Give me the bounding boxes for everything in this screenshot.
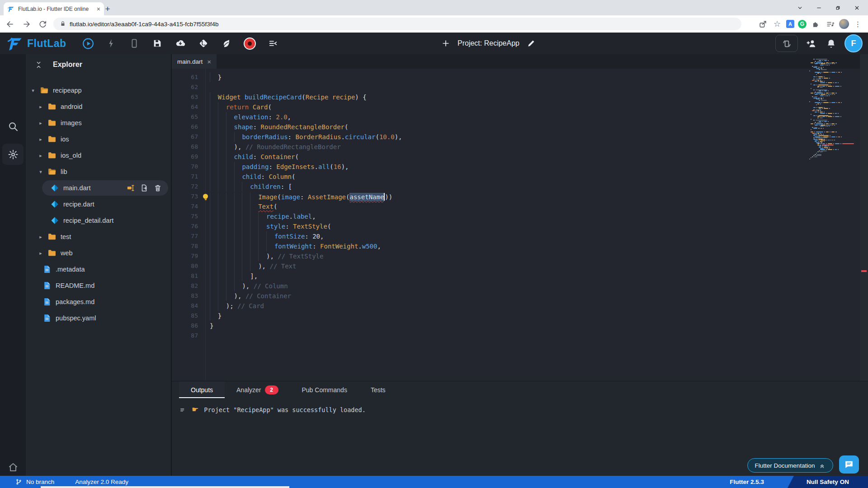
rename-icon[interactable] [126,184,135,192]
tree-item-recipeapp[interactable]: ▾recipeapp [26,82,171,99]
chevron-right-icon[interactable]: ▸ [38,234,43,240]
tree-item-main-dart[interactable]: main.dart [42,180,168,196]
tree-item-images[interactable]: ▸images [26,115,171,131]
code-line[interactable]: 66 shape: RoundedRectangleBorder( [172,122,868,132]
chevron-right-icon[interactable]: ▸ [38,153,43,159]
win-min-button[interactable] [809,0,828,15]
code-line[interactable]: 83 ), // Container [172,291,868,301]
code-line[interactable]: 74 Text( [172,202,868,211]
tree-item-android[interactable]: ▸android [26,99,171,115]
tree-item--metadata[interactable]: .metadata [26,261,171,277]
home-icon[interactable] [7,461,19,473]
editor-tab-maindart[interactable]: main.dart × [172,54,217,69]
code-line[interactable]: 79 ), // TextStyle [172,251,868,261]
editor-tab-close-icon[interactable]: × [207,58,211,66]
code-line[interactable]: 76 style: TextStyle( [172,221,868,231]
code-line[interactable]: 63 Widget buildRecipeCard(Recipe recipe)… [172,92,868,102]
lightbulb-icon[interactable] [203,194,208,199]
search-icon[interactable] [7,120,19,132]
bottom-tab-pub-commands[interactable]: Pub Commands [290,381,359,398]
chevron-down-icon[interactable]: ▾ [30,88,36,94]
trash-icon[interactable] [153,184,162,192]
collapse-all-icon[interactable] [34,60,43,69]
device-button[interactable] [128,38,140,49]
code-line[interactable]: 61 } [172,72,868,82]
back-icon[interactable] [5,19,15,29]
git-button[interactable] [198,38,209,49]
console-button[interactable] [267,38,279,49]
tree-item-web[interactable]: ▸web [26,245,171,261]
code-line[interactable]: 77 fontSize: 20, [172,231,868,241]
bottom-tab-analyzer[interactable]: Analyzer2 [225,381,290,398]
code-line[interactable]: 65 elevation: 2.0, [172,112,868,122]
tree-item-packages-md[interactable]: packages.md [26,294,171,310]
code-editor[interactable]: 61 }6263 Widget buildRecipeCard(Recipe r… [172,69,868,381]
code-line[interactable]: 62 [172,82,868,92]
win-restore-button[interactable] [828,0,847,15]
code-line[interactable]: 84 ); // Card [172,301,868,311]
hot-reload-button[interactable] [221,38,232,49]
chat-button[interactable] [839,455,859,474]
grammarly-icon[interactable]: G [798,20,807,28]
code-line[interactable]: 86} [172,321,868,331]
editor-scrollbar[interactable] [860,54,868,381]
star-icon[interactable]: ☆ [772,19,783,29]
new-tab-button[interactable]: + [102,4,113,14]
tree-item-recipe-dart[interactable]: recipe.dart [26,196,171,212]
edit-project-icon[interactable] [526,38,536,48]
lightning-button[interactable] [105,38,117,49]
win-close-button[interactable] [847,0,866,15]
code-line[interactable]: 82 ), // Column [172,281,868,291]
user-avatar[interactable]: F [844,34,863,52]
tab-close-icon[interactable]: × [97,5,100,13]
win-chevron-button[interactable] [790,0,809,15]
output-menu-icon[interactable] [180,407,186,413]
bottom-tab-outputs[interactable]: Outputs [179,381,225,398]
code-line[interactable]: 78 fontWeight: FontWeight.w500, [172,241,868,251]
puzzle-icon[interactable] [810,19,821,29]
status-item-no-branch[interactable]: No branch [15,479,54,485]
share-icon[interactable] [757,19,768,29]
address-bar[interactable]: flutlab.io/editor/a3eaab0f-1ca9-44a3-a41… [53,18,741,30]
flutter-documentation-button[interactable]: Flutter Documentation [747,458,833,473]
code-line[interactable]: 67 borderRadius: BorderRadius.circular(1… [172,132,868,142]
browser-tab[interactable]: FlutLab.io - Flutter IDE online × [4,2,104,15]
tree-item-readme-md[interactable]: README.md [26,277,171,294]
code-line[interactable]: 68 ), // RoundedRectangleBorder [172,142,868,152]
flutlab-brand[interactable]: FlutLab [6,33,66,54]
move-icon[interactable] [140,184,148,192]
chevron-down-icon[interactable]: ▾ [38,169,43,175]
chevron-right-icon[interactable]: ▸ [38,250,43,256]
notifications-icon[interactable] [825,38,837,49]
code-line[interactable]: 87 [172,331,868,341]
gear-icon[interactable] [7,148,19,160]
code-line[interactable]: 73 Image(image: AssetImage(assetName)) [172,192,868,202]
tree-item-lib[interactable]: ▾lib [26,164,171,180]
cloud-download-button[interactable] [175,38,186,49]
code-line[interactable]: 64 return Card( [172,102,868,112]
invite-user-icon[interactable] [806,38,817,49]
profile-icon[interactable] [839,19,849,29]
tree-item-ios[interactable]: ▸ios [26,131,171,147]
bottom-tab-tests[interactable]: Tests [359,381,397,398]
tree-item-pubspec-yaml[interactable]: pubspec.yaml [26,310,171,326]
code-line[interactable]: 70 padding: EdgeInsets.all(16), [172,162,868,172]
chevron-right-icon[interactable]: ▸ [38,136,43,142]
translate-icon[interactable]: A [786,20,794,28]
tree-item-test[interactable]: ▸test [26,229,171,245]
dots-icon[interactable]: ⋮ [853,19,863,29]
code-line[interactable]: 75 recipe.label, [172,211,868,221]
code-line[interactable]: 80 ), // Text [172,261,868,271]
chevron-right-icon[interactable]: ▸ [38,120,43,126]
reload-icon[interactable] [37,19,48,29]
record-button[interactable] [244,38,256,50]
add-project-icon[interactable] [441,38,451,48]
chevron-right-icon[interactable]: ▸ [38,104,43,110]
minimap[interactable] [809,59,856,312]
code-line[interactable]: 71 child: Column( [172,172,868,182]
code-line[interactable]: 72 children: [ [172,182,868,192]
tree-item-ios-old[interactable]: ▸ios_old [26,147,171,164]
tree-item-recipe-detail-dart[interactable]: recipe_detail.dart [26,212,171,229]
code-line[interactable]: 69 child: Container( [172,152,868,162]
device-preview-button[interactable] [775,35,798,52]
